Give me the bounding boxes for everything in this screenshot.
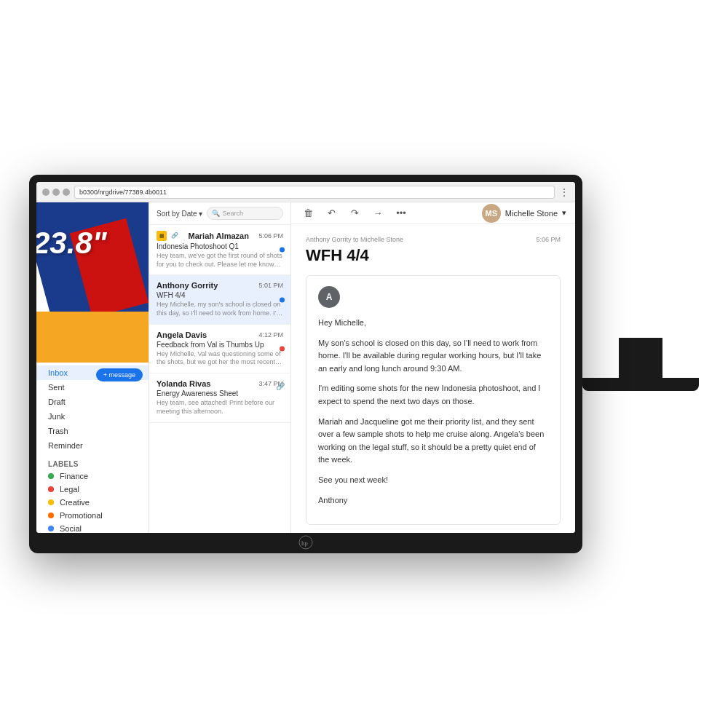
address-bar[interactable]: b0300/nrgdrive/77389.4b0011	[74, 186, 555, 199]
email-item-3[interactable]: Angela Davis 4:12 PM Feedback from Val i…	[149, 325, 290, 373]
email-1-preview: Hey team, we've got the first round of s…	[157, 252, 283, 269]
close-button[interactable]	[63, 189, 70, 196]
email-1-time: 5:06 PM	[258, 232, 283, 240]
screen: b0300/nrgdrive/77389.4b0011 ⋮ 23.8"	[36, 182, 575, 533]
email-item-1[interactable]: ▦ 🔗 Mariah Almazan 5:06 PM Indonesia Pho…	[149, 225, 290, 275]
promotional-label: Promotional	[60, 511, 103, 520]
sort-chevron-icon: ▾	[199, 210, 202, 218]
ad-yellow-shape	[36, 312, 149, 363]
reply-button[interactable]: ↶	[323, 205, 339, 221]
email-item-2[interactable]: Anthony Gorrity 5:01 PM WFH 4/4 Hey Mich…	[149, 275, 290, 324]
label-promotional[interactable]: Promotional	[36, 509, 149, 522]
sidebar-item-reminder[interactable]: Reminder	[36, 438, 149, 453]
finance-label: Finance	[60, 472, 88, 480]
window-controls	[42, 189, 70, 196]
junk-label: Junk	[48, 412, 65, 421]
user-avatar: MS	[482, 204, 501, 223]
creative-dot	[48, 499, 54, 505]
email-detail-time: 5:06 PM	[536, 236, 561, 243]
legal-label: Legal	[60, 485, 79, 494]
screen-area: b0300/nrgdrive/77389.4b0011 ⋮ 23.8"	[36, 182, 575, 533]
email-1-sender: Mariah Almazan	[189, 232, 249, 240]
sign-1: Anthony	[318, 494, 548, 507]
sort-button[interactable]: Sort by Date ▾	[157, 210, 202, 218]
sidebar-item-junk[interactable]: Junk	[36, 409, 149, 424]
browser-menu-icon[interactable]: ⋮	[559, 186, 569, 198]
trash-label: Trash	[48, 427, 68, 435]
email-detail-content: Anthony Gorrity to Michelle Stone 5:06 P…	[291, 224, 575, 533]
social-label: Social	[60, 524, 82, 533]
monitor-bezel-bottom: hp	[36, 533, 575, 553]
sidebar-item-sent[interactable]: Sent	[36, 380, 149, 395]
search-bar[interactable]: 🔍 Search	[207, 207, 283, 220]
monitor-stand	[582, 338, 699, 391]
creative-label: Creative	[60, 498, 90, 507]
url-text: b0300/nrgdrive/77389.4b0011	[79, 189, 167, 196]
email-4-sender: Yolanda Rivas	[157, 379, 210, 388]
social-dot	[48, 526, 54, 531]
email-item-4[interactable]: Yolanda Rivas 3:47 PM Energy Awareness S…	[149, 373, 290, 422]
legal-dot	[48, 486, 54, 492]
email-3-sender: Angela Davis	[157, 331, 207, 339]
sender-avatar-1: A	[318, 286, 340, 308]
monitor: b0300/nrgdrive/77389.4b0011 ⋮ 23.8"	[29, 175, 582, 553]
label-legal[interactable]: Legal	[36, 483, 149, 496]
compose-button[interactable]: + message	[96, 368, 143, 381]
email-meta: Anthony Gorrity to Michelle Stone 5:06 P…	[306, 236, 561, 243]
para3-1: Mariah and Jacqueline got me their prior…	[318, 416, 548, 467]
labels-heading: Labels	[36, 456, 149, 470]
minimize-button[interactable]	[42, 189, 50, 196]
email-list-header: Sort by Date ▾ 🔍 Search	[149, 202, 290, 225]
para2-1: I'm editing some shots for the new Indon…	[318, 382, 548, 408]
email-3-subject: Feedback from Val is Thumbs Up	[157, 341, 283, 349]
email-2-time: 5:01 PM	[258, 282, 283, 289]
email-from-to: Anthony Gorrity to Michelle Stone	[306, 236, 403, 243]
message-1-from: A	[318, 286, 548, 308]
greeting-1: Hey Michelle,	[318, 317, 548, 330]
email-item-1-header: ▦ 🔗 Mariah Almazan 5:06 PM	[157, 231, 283, 241]
sidebar-item-trash[interactable]: Trash	[36, 424, 149, 438]
user-chevron-icon: ▾	[562, 208, 566, 218]
label-creative[interactable]: Creative	[36, 496, 149, 509]
finance-dot	[48, 473, 54, 479]
calendar-icon: ▦	[157, 231, 167, 241]
email-2-unread-dot	[280, 297, 285, 302]
search-icon: 🔍	[212, 210, 220, 217]
more-actions-button[interactable]: •••	[393, 205, 409, 221]
restore-button[interactable]	[52, 189, 60, 196]
email-1-unread-dot	[280, 248, 285, 253]
email-body-1: Hey Michelle, My son's school is closed …	[318, 317, 548, 507]
delete-button[interactable]: 🗑	[300, 205, 316, 221]
forward-button[interactable]: →	[370, 205, 386, 221]
email-toolbar: 🗑 ↶ ↷ → ••• MS Michelle Stone ▾	[291, 202, 575, 224]
para1-1: My son's school is closed on this day, s…	[318, 337, 548, 376]
monitor-size-label: 23.8"	[36, 228, 107, 258]
email-2-sender: Anthony Gorrity	[157, 281, 218, 290]
para4-1: See you next week!	[318, 474, 548, 487]
email-2-preview: Hey Michelle, my son's school is closed …	[157, 301, 283, 317]
sidebar: 23.8" + message Inbox 1,939 Sent	[36, 202, 149, 533]
sent-label: Sent	[48, 383, 65, 392]
user-menu[interactable]: MS Michelle Stone ▾	[482, 204, 566, 223]
email-item-3-header: Angela Davis 4:12 PM	[157, 331, 283, 339]
stand-base	[582, 378, 699, 391]
sidebar-item-draft[interactable]: Draft	[36, 395, 149, 409]
app-layout: 23.8" + message Inbox 1,939 Sent	[36, 202, 575, 533]
email-message-1: A Hey Michelle, My son's school is close…	[306, 275, 561, 525]
browser-chrome: b0300/nrgdrive/77389.4b0011 ⋮	[36, 182, 575, 202]
label-social[interactable]: Social	[36, 522, 149, 533]
email-3-time: 4:12 PM	[258, 331, 283, 339]
email-detail: 🗑 ↶ ↷ → ••• MS Michelle Stone ▾	[291, 202, 575, 533]
inbox-label: Inbox	[48, 368, 68, 377]
draft-label: Draft	[48, 397, 66, 406]
label-finance[interactable]: Finance	[36, 470, 149, 483]
email-4-preview: Hey team, see attached! Print before our…	[157, 399, 283, 416]
promotional-dot	[48, 513, 54, 518]
email-4-link-icon: 🔗	[276, 382, 285, 390]
email-list: Sort by Date ▾ 🔍 Search ▦	[149, 202, 291, 533]
reply-all-button[interactable]: ↷	[347, 205, 363, 221]
email-item-2-header: Anthony Gorrity 5:01 PM	[157, 281, 283, 290]
email-1-subject: Indonesia Photoshoot Q1	[157, 242, 283, 250]
user-name: Michelle Stone	[505, 209, 558, 218]
email-3-unread-dot	[280, 346, 285, 351]
